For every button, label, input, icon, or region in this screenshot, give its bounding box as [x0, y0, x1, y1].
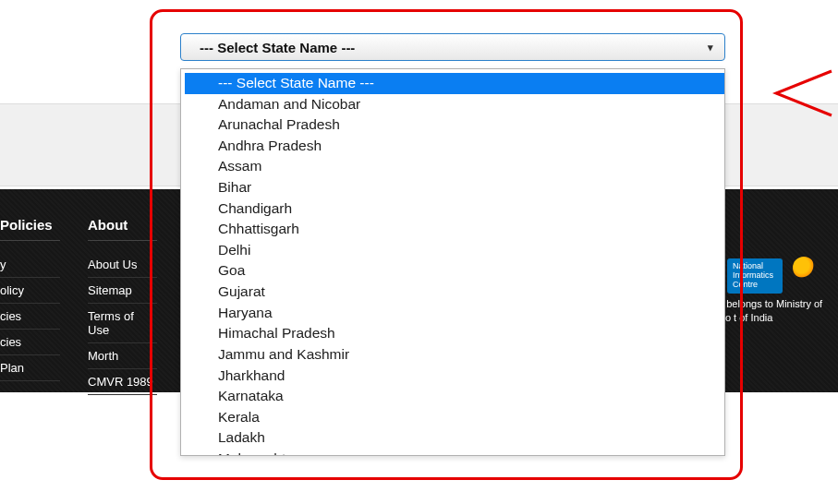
footer-link[interactable]: olicy [0, 278, 60, 304]
footer-link[interactable]: cies [0, 304, 60, 330]
state-option[interactable]: Goa [185, 260, 724, 282]
state-option[interactable]: --- Select State Name --- [185, 73, 724, 94]
state-select-value: --- Select State Name --- [200, 40, 355, 55]
footer-link[interactable]: cies [0, 330, 60, 355]
footer-link-terms[interactable]: Terms of Use [88, 304, 157, 343]
state-option[interactable]: Assam [185, 156, 724, 177]
state-option[interactable]: Maharashtra [185, 449, 724, 456]
state-select[interactable]: --- Select State Name --- ▾ --- Select S… [180, 33, 725, 61]
footer-heading-about: About [88, 217, 157, 241]
state-option[interactable]: Kerala [185, 407, 724, 428]
state-select-listbox[interactable]: --- Select State Name ---Andaman and Nic… [180, 68, 725, 456]
state-option[interactable]: Delhi [185, 240, 724, 261]
footer-link-cmvr[interactable]: CMVR 1989 [88, 369, 157, 395]
footer-col-about: About About Us Sitemap Terms of Use Mort… [79, 217, 166, 392]
state-option[interactable]: Jharkhand [185, 366, 724, 387]
footer-col-policies: Policies y olicy cies cies Plan [0, 217, 69, 392]
state-option[interactable]: Andaman and Nicobar [185, 94, 724, 115]
footer-link-morth[interactable]: Morth [88, 343, 157, 369]
state-option[interactable]: Jammu and Kashmir [185, 344, 724, 366]
state-option[interactable]: Himachal Pradesh [185, 323, 724, 344]
state-select-button[interactable]: --- Select State Name --- ▾ [180, 33, 725, 61]
state-option[interactable]: Chhattisgarh [185, 219, 724, 240]
nic-badge: National Informatics Centre [727, 258, 783, 294]
footer-link-sitemap[interactable]: Sitemap [88, 278, 157, 304]
chevron-down-icon: ▾ [708, 42, 713, 54]
digital-india-icon [793, 257, 815, 279]
state-option[interactable]: Haryana [185, 303, 724, 324]
state-option[interactable]: Arunachal Pradesh [185, 114, 724, 136]
footer-link[interactable]: y [0, 252, 60, 278]
ownership-text: e belongs to Ministry of Ro t of India [718, 297, 838, 326]
state-option[interactable]: Bihar [185, 177, 724, 198]
state-option[interactable]: Andhra Pradesh [185, 136, 724, 157]
state-option[interactable]: Ladakh [185, 427, 724, 449]
state-option[interactable]: Karnataka [185, 386, 724, 407]
state-option[interactable]: Gujarat [185, 282, 724, 303]
state-option[interactable]: Chandigarh [185, 198, 724, 220]
footer-link[interactable]: Plan [0, 355, 60, 381]
footer-heading-policies: Policies [0, 217, 60, 241]
footer-link-about-us[interactable]: About Us [88, 252, 157, 278]
